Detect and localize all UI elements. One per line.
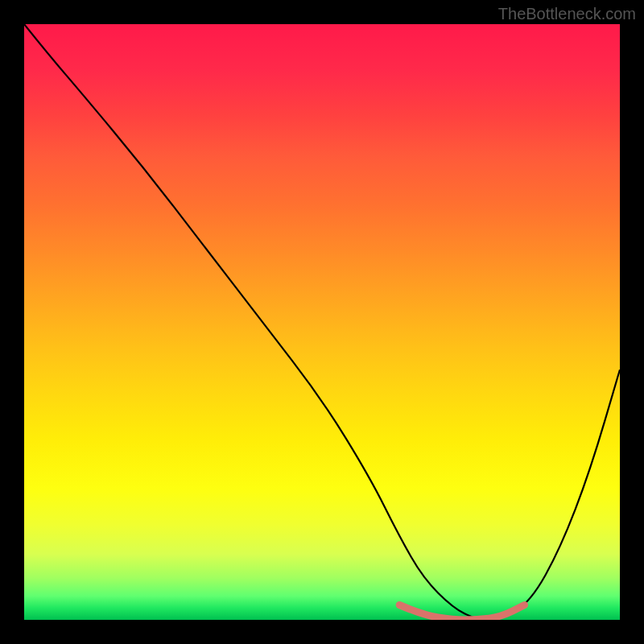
chart-line-curve xyxy=(24,24,620,620)
chart-plot-area xyxy=(24,24,620,620)
watermark-text: TheBottleneck.com xyxy=(498,5,636,23)
chart-svg xyxy=(24,24,620,620)
